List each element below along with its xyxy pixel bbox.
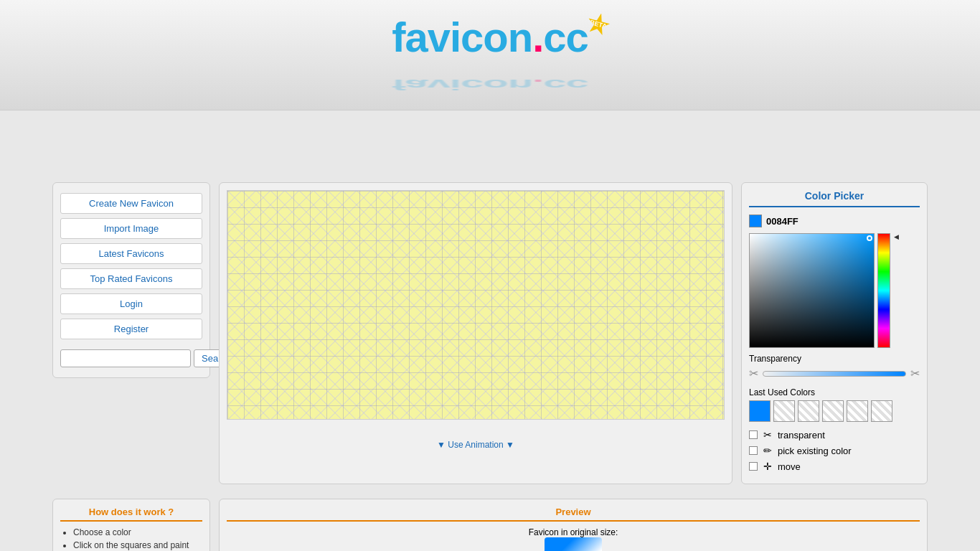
left-panel: Create New Favicon Import Image Latest F… [52,182,210,484]
transparency-icon-left: ✂ [749,367,758,380]
last-used-swatch-5[interactable] [847,400,868,422]
create-new-favicon-button[interactable]: Create New Favicon [60,193,202,214]
move-tool-label[interactable]: move [778,461,801,472]
how-step-1: Choose a color [73,527,202,537]
how-panel-title: How does it work ? [60,507,202,522]
canvas-inner[interactable] [227,190,725,420]
pick-color-tool-row: ✏ pick existing color [749,445,920,456]
logo-container: favicon.cc favicon.cc BETA [392,13,588,103]
search-area: Search [60,349,202,367]
pick-color-tool-icon: ✏ [763,445,772,456]
last-used-label: Last Used Colors [749,387,920,397]
search-input[interactable] [60,349,191,367]
header: favicon.cc favicon.cc BETA [0,0,980,110]
color-picker-area[interactable]: ◀ [749,233,920,348]
ad-area [0,110,980,175]
pick-color-tool-label[interactable]: pick existing color [778,446,852,456]
hex-value: 0084FF [766,216,798,227]
last-used-swatch-2[interactable] [773,400,795,422]
grid-overlay [227,191,724,419]
color-picker-title: Color Picker [749,190,920,207]
hue-bar[interactable] [877,233,890,348]
preview-panel-title: Preview [227,507,920,522]
logo-text: favicon.cc [392,13,588,61]
logo-reflection: favicon.cc [392,77,588,91]
transparent-tool-icon: ✂ [763,429,772,441]
transparency-slider[interactable] [763,371,906,377]
how-panel-steps: Choose a color Click on the squares and … [60,527,202,551]
move-tool-checkbox[interactable] [749,462,758,471]
preview-favicon-image [545,537,602,551]
import-image-button[interactable]: Import Image [60,218,202,239]
preview-panel: Preview Favicon in original size: [219,499,928,551]
last-used-swatch-3[interactable] [798,400,819,422]
top-rated-favicons-button[interactable]: Top Rated Favicons [60,268,202,289]
move-tool-icon: ✛ [763,461,772,472]
last-used-swatch-4[interactable] [822,400,844,422]
pick-color-tool-checkbox[interactable] [749,446,758,455]
logo-dot: . [532,14,543,60]
transparency-icon-right: ✂ [910,367,920,380]
transparent-tool-row: ✂ transparent [749,429,920,441]
latest-favicons-button[interactable]: Latest Favicons [60,243,202,264]
how-panel: How does it work ? Choose a color Click … [52,499,210,551]
gradient-cursor [867,235,872,241]
preview-content: Favicon in original size: [227,527,920,551]
move-tool-row: ✛ move [749,461,920,472]
nav-panel: Create New Favicon Import Image Latest F… [52,182,210,378]
color-gradient-box[interactable] [749,233,875,348]
last-used-swatch-1[interactable] [749,400,771,422]
color-picker-panel: Color Picker 0084FF ◀ Transparency ✂ ✂ L… [741,182,928,484]
favicon-size-label: Favicon in original size: [529,527,618,537]
main-content: Create New Favicon Import Image Latest F… [24,182,956,484]
current-color-swatch[interactable] [749,215,762,227]
last-used-swatch-6[interactable] [871,400,892,422]
beta-badge: BETA [584,10,612,38]
transparent-tool-checkbox[interactable] [749,430,758,439]
bottom-content: How does it work ? Choose a color Click … [24,491,956,551]
canvas-footer: ▼ Use Animation ▼ [227,440,725,450]
color-hex-row: 0084FF [749,215,920,227]
transparency-label: Transparency [749,354,920,364]
transparent-tool-label[interactable]: transparent [778,430,825,441]
logo-cc: cc [543,14,588,60]
how-step-2: Click on the squares and paint your logo [73,540,202,551]
last-used-colors-row [749,400,920,422]
login-button[interactable]: Login [60,293,202,314]
canvas-panel: ▼ Use Animation ▼ [219,182,732,484]
favicon-canvas[interactable] [227,190,725,434]
register-button[interactable]: Register [60,319,202,339]
hue-arrow-right: ◀ [894,233,899,240]
logo-favicon: favicon [392,14,532,60]
transparency-row: ✂ ✂ [749,367,920,380]
animation-label[interactable]: ▼ Use Animation ▼ [437,440,514,450]
